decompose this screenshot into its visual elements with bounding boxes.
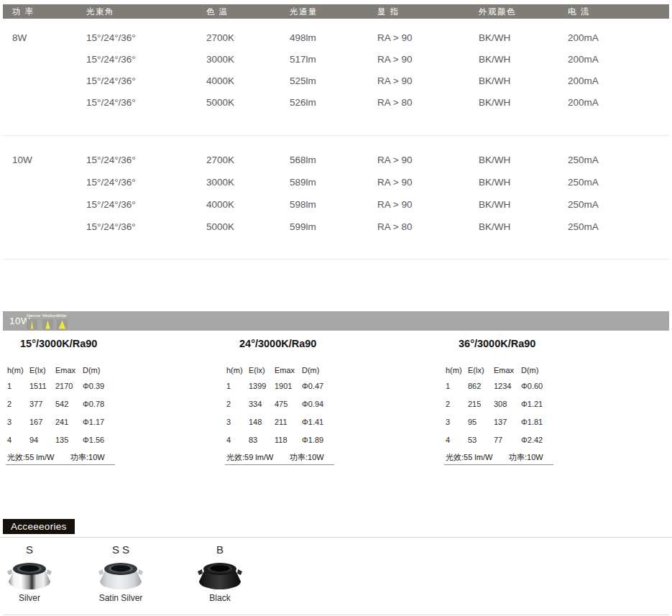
spec-power-cell: 10W bbox=[12, 155, 32, 166]
spec-table-row: 10W15°/24°/36°2700K568lmRA > 90BK/WH250m… bbox=[0, 155, 672, 166]
beam-icon-box bbox=[57, 319, 68, 330]
spec-beam-cell: 15°/24°/36° bbox=[86, 75, 136, 87]
power-label: 功率:10W bbox=[290, 452, 324, 463]
spec-color-cell: BK/WH bbox=[479, 54, 510, 65]
accessory-item: S SSatin Silver bbox=[88, 543, 153, 611]
photometric-col-header: D(m) bbox=[302, 366, 319, 374]
photometric-value-cell: 167 bbox=[29, 418, 42, 426]
spec-flux-cell: 526lm bbox=[290, 97, 316, 109]
spec-cct-cell: 3000K bbox=[206, 177, 234, 188]
spec-color-cell: BK/WH bbox=[479, 32, 510, 44]
spec-color-cell: BK/WH bbox=[479, 177, 510, 188]
reflector-ring-image-satin bbox=[98, 561, 144, 591]
beam-wide-icon: Wide bbox=[57, 313, 75, 330]
spec-cri-cell: RA > 90 bbox=[377, 32, 412, 44]
photometric-table-title: 15°/3000K/Ra90 bbox=[20, 338, 97, 349]
photometric-value-cell: Φ1.17 bbox=[83, 418, 104, 426]
spec-cct-cell: 4000K bbox=[206, 199, 234, 211]
photometric-value-cell: Φ1.56 bbox=[83, 436, 104, 444]
spec-current-cell: 250mA bbox=[568, 221, 599, 233]
spec-color-cell: BK/WH bbox=[479, 221, 510, 233]
photometric-col-header: Emax bbox=[494, 366, 514, 374]
power-label: 功率:10W bbox=[70, 452, 105, 463]
photometric-col-header: h(m) bbox=[226, 366, 243, 374]
photometric-col-header: h(m) bbox=[446, 366, 462, 374]
photometric-power-bar: 10W NarrowMediumWide bbox=[3, 311, 669, 331]
photometric-value-cell: Φ1.41 bbox=[302, 418, 323, 426]
photometric-value-cell: 862 bbox=[468, 382, 481, 390]
photometric-value-cell: Φ1.81 bbox=[521, 418, 543, 426]
photometric-value-cell: 148 bbox=[249, 418, 262, 426]
spec-cri-cell: RA > 80 bbox=[377, 221, 412, 233]
table-footer-underline bbox=[6, 464, 115, 465]
table-footer-underline bbox=[225, 464, 334, 465]
photometric-value-cell: 137 bbox=[494, 418, 507, 426]
photometric-value-cell: 377 bbox=[29, 400, 42, 408]
photometric-value-cell: Φ1.21 bbox=[521, 400, 543, 408]
photometric-value-cell: 542 bbox=[55, 400, 68, 408]
spec-current-cell: 250mA bbox=[568, 155, 599, 166]
spec-table-row: 15°/24°/36°5000K599lmRA > 80BK/WH250mA bbox=[0, 221, 672, 233]
photometric-value-cell: 2 bbox=[226, 400, 231, 408]
spec-column-header: 色 温 bbox=[206, 4, 229, 19]
spec-table-header-bar: 功 率光束角色 温光通量显 指外观颜色电 流 bbox=[3, 4, 669, 19]
photometric-value-cell: Φ0.60 bbox=[521, 382, 543, 390]
spec-flux-cell: 498lm bbox=[290, 32, 316, 44]
spec-sheet-page: 功 率光束角色 温光通量显 指外观颜色电 流 8W15°/24°/36°2700… bbox=[0, 0, 672, 616]
photometric-value-cell: 1511 bbox=[29, 382, 47, 390]
spec-current-cell: 200mA bbox=[568, 97, 599, 109]
photometric-value-cell: 211 bbox=[275, 418, 287, 426]
spec-column-header: 外观颜色 bbox=[479, 4, 516, 19]
photometric-value-cell: 94 bbox=[29, 436, 38, 444]
reflector-ring-image-silver bbox=[6, 561, 52, 591]
photometric-value-cell: 3 bbox=[226, 418, 231, 426]
spec-table-row: 15°/24°/36°5000K526lmRA > 80BK/WH200mA bbox=[0, 97, 672, 109]
spec-flux-cell: 599lm bbox=[290, 221, 316, 233]
spec-table-row: 15°/24°/36°4000K598lmRA > 90BK/WH250mA bbox=[0, 199, 672, 211]
accessory-name: Black bbox=[188, 593, 252, 603]
spec-beam-cell: 15°/24°/36° bbox=[86, 177, 136, 188]
spec-cct-cell: 5000K bbox=[206, 97, 234, 109]
photometric-col-header: D(m) bbox=[521, 366, 538, 374]
spec-current-cell: 250mA bbox=[568, 177, 599, 188]
accessory-code: B bbox=[188, 543, 252, 556]
photometric-value-cell: 1399 bbox=[249, 382, 266, 390]
photometric-value-cell: Φ0.78 bbox=[83, 400, 104, 408]
photometric-value-cell: 3 bbox=[7, 418, 11, 426]
spec-cri-cell: RA > 90 bbox=[377, 177, 412, 188]
spec-flux-cell: 568lm bbox=[290, 155, 316, 166]
photometric-value-cell: Φ2.42 bbox=[521, 436, 543, 444]
photometric-table-title: 36°/3000K/Ra90 bbox=[459, 338, 535, 349]
spec-color-cell: BK/WH bbox=[479, 75, 510, 87]
spec-cct-cell: 3000K bbox=[206, 54, 234, 65]
photometric-col-header: E(lx) bbox=[29, 366, 46, 374]
spec-beam-cell: 15°/24°/36° bbox=[86, 221, 136, 233]
spec-table-row: 15°/24°/36°3000K589lmRA > 90BK/WH250mA bbox=[0, 177, 672, 188]
spec-table-row: 8W15°/24°/36°2700K498lmRA > 90BK/WH200mA bbox=[0, 32, 672, 44]
power-label: 功率:10W bbox=[509, 452, 543, 463]
spec-beam-cell: 15°/24°/36° bbox=[86, 155, 136, 166]
spec-column-header: 显 指 bbox=[377, 4, 400, 19]
spec-current-cell: 200mA bbox=[568, 32, 599, 44]
spec-color-cell: BK/WH bbox=[479, 97, 510, 109]
spec-flux-cell: 525lm bbox=[290, 75, 316, 87]
beam-icon-box bbox=[42, 319, 53, 330]
photometric-value-cell: 475 bbox=[275, 400, 287, 408]
photometric-table-title: 24°/3000K/Ra90 bbox=[239, 338, 316, 349]
accessory-name: Satin Silver bbox=[88, 593, 153, 603]
accessory-code: S S bbox=[88, 543, 153, 556]
spec-cri-cell: RA > 90 bbox=[377, 54, 412, 65]
accessory-item: BBlack bbox=[188, 543, 252, 611]
group-divider-line bbox=[3, 135, 669, 136]
spec-beam-cell: 15°/24°/36° bbox=[86, 199, 136, 211]
spec-current-cell: 200mA bbox=[568, 75, 599, 87]
spec-table-row: 15°/24°/36°3000K517lmRA > 90BK/WH200mA bbox=[0, 54, 672, 65]
photometric-col-header: h(m) bbox=[7, 366, 24, 374]
photometric-table: 15°/3000K/Ra90h(m)E(lx)EmaxD(m)115112170… bbox=[6, 334, 122, 472]
spec-cct-cell: 5000K bbox=[206, 221, 234, 233]
photometric-col-header: Emax bbox=[55, 366, 75, 374]
photometric-col-header: D(m) bbox=[83, 366, 100, 374]
spec-cct-cell: 2700K bbox=[206, 155, 234, 166]
spec-column-header: 光束角 bbox=[86, 4, 114, 19]
spec-column-header: 功 率 bbox=[12, 4, 34, 19]
